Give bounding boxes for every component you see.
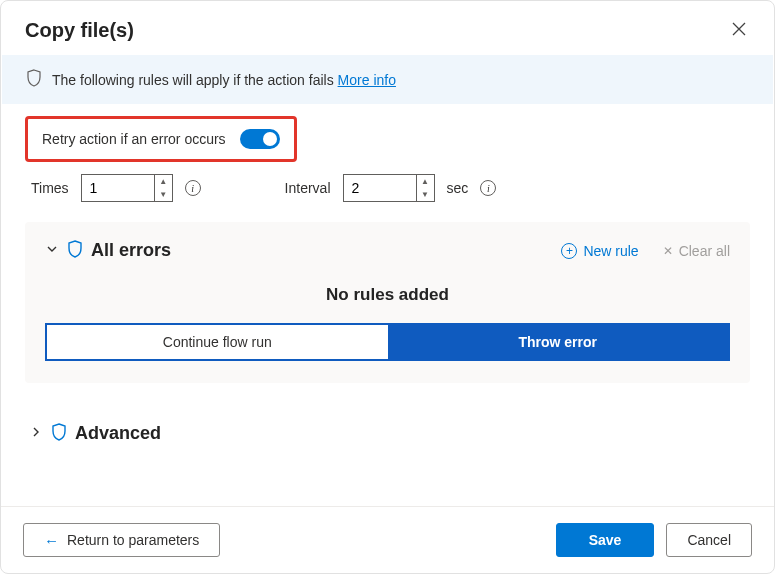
interval-input[interactable]: ▲ ▼ (343, 174, 435, 202)
retry-label: Retry action if an error occurs (42, 131, 226, 147)
clear-icon: ✕ (663, 244, 673, 258)
no-rules-message: No rules added (45, 285, 730, 305)
retry-row: Retry action if an error occurs (25, 116, 297, 162)
info-icon[interactable]: i (185, 180, 201, 196)
errors-header-right: + New rule ✕ Clear all (561, 243, 730, 259)
error-behavior-segment: Continue flow run Throw error (45, 323, 730, 361)
close-icon (732, 20, 746, 40)
interval-down[interactable]: ▼ (417, 188, 434, 201)
shield-icon (26, 69, 42, 90)
shield-icon (67, 240, 83, 261)
plus-icon: + (561, 243, 577, 259)
interval-up[interactable]: ▲ (417, 175, 434, 188)
interval-spinner: ▲ ▼ (416, 175, 434, 201)
clear-all-button: ✕ Clear all (663, 243, 730, 259)
shield-icon (51, 423, 67, 444)
times-spinner: ▲ ▼ (154, 175, 172, 201)
more-info-link[interactable]: More info (338, 72, 396, 88)
new-rule-button[interactable]: + New rule (561, 243, 638, 259)
cancel-button[interactable]: Cancel (666, 523, 752, 557)
dialog-header: Copy file(s) (1, 1, 774, 55)
errors-title: All errors (91, 240, 171, 261)
errors-header: All errors + New rule ✕ Clear all (45, 240, 730, 261)
new-rule-label: New rule (583, 243, 638, 259)
toggle-knob (263, 132, 277, 146)
dialog-title: Copy file(s) (25, 19, 134, 42)
times-field[interactable] (82, 180, 154, 196)
errors-header-left: All errors (45, 240, 171, 261)
return-button[interactable]: ← Return to parameters (23, 523, 220, 557)
advanced-title: Advanced (75, 423, 161, 444)
info-banner-message: The following rules will apply if the ac… (52, 72, 334, 88)
close-button[interactable] (728, 17, 750, 43)
retry-params-row: Times ▲ ▼ i Interval ▲ ▼ sec i (25, 174, 750, 202)
footer-right: Save Cancel (556, 523, 752, 557)
times-label: Times (31, 180, 69, 196)
arrow-left-icon: ← (44, 532, 59, 549)
retry-toggle[interactable] (240, 129, 280, 149)
info-banner-text: The following rules will apply if the ac… (52, 72, 396, 88)
times-down[interactable]: ▼ (155, 188, 172, 201)
info-banner: The following rules will apply if the ac… (2, 55, 773, 104)
dialog-footer: ← Return to parameters Save Cancel (1, 506, 774, 573)
info-icon[interactable]: i (480, 180, 496, 196)
interval-label: Interval (285, 180, 331, 196)
continue-flow-button[interactable]: Continue flow run (47, 325, 388, 359)
dialog: Copy file(s) The following rules will ap… (0, 0, 775, 574)
save-button[interactable]: Save (556, 523, 655, 557)
chevron-down-icon[interactable] (45, 242, 59, 259)
throw-error-button[interactable]: Throw error (388, 325, 729, 359)
interval-field[interactable] (344, 180, 416, 196)
chevron-right-icon (29, 425, 43, 442)
dialog-body: Retry action if an error occurs Times ▲ … (1, 104, 774, 506)
return-label: Return to parameters (67, 532, 199, 548)
advanced-section[interactable]: Advanced (25, 419, 750, 444)
errors-section: All errors + New rule ✕ Clear all No rul… (25, 222, 750, 383)
times-up[interactable]: ▲ (155, 175, 172, 188)
clear-all-label: Clear all (679, 243, 730, 259)
interval-unit: sec (447, 180, 469, 196)
times-input[interactable]: ▲ ▼ (81, 174, 173, 202)
